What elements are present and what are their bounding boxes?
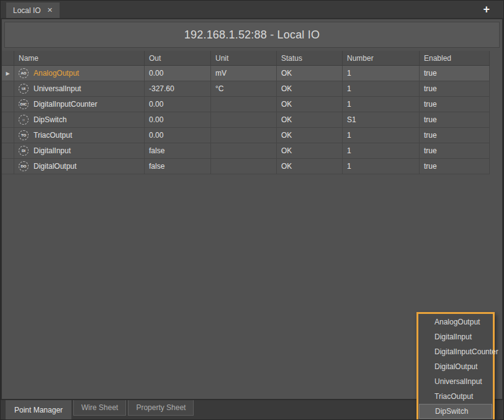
row-selector-cell[interactable] <box>2 112 14 128</box>
point-name: TriacOutput <box>34 131 72 140</box>
row-selector-cell[interactable] <box>2 97 14 112</box>
bottom-tab-wire-sheet[interactable]: Wire Sheet <box>73 400 126 416</box>
point-name: DipSwitch <box>34 115 66 124</box>
table-row[interactable]: DIC DigitalInputCounter 0.00 OK 1 true <box>2 97 490 112</box>
status-cell[interactable]: OK <box>277 97 343 112</box>
point-icon: TO <box>19 130 29 140</box>
out-cell[interactable]: false <box>145 159 211 174</box>
bottom-tab-point-manager[interactable]: Point Manager <box>6 400 71 419</box>
close-icon[interactable]: ✕ <box>47 6 53 14</box>
point-icon: DI <box>19 146 29 156</box>
unit-cell[interactable] <box>211 143 277 159</box>
point-name: DigitalInputCounter <box>34 100 97 109</box>
enabled-cell[interactable]: true <box>420 159 490 174</box>
unit-cell[interactable]: mV <box>211 66 277 81</box>
column-header-unit[interactable]: Unit <box>211 51 277 65</box>
row-selector-cell[interactable]: ▶ <box>2 66 14 81</box>
enabled-cell[interactable]: true <box>420 112 490 128</box>
out-cell[interactable]: -327.60 <box>145 81 211 97</box>
out-cell[interactable]: 0.00 <box>145 97 211 112</box>
table-body: ▶ AO AnalogOutput 0.00 mV OK 1 true UI U… <box>2 66 490 174</box>
app-window: Local IO ✕ + 192.168.1.52:88 - Local IO … <box>0 0 504 420</box>
add-tab-button[interactable]: + <box>483 2 490 17</box>
number-cell[interactable]: 1 <box>343 128 420 143</box>
row-selector-cell[interactable] <box>2 128 14 143</box>
view-title-bar: 192.168.1.52:88 - Local IO <box>4 22 500 48</box>
enabled-cell[interactable]: true <box>420 97 490 112</box>
context-menu-item-digitalinputcounter[interactable]: DigitalInputCounter <box>418 344 493 359</box>
context-menu-item-digitaloutput[interactable]: DigitalOutput <box>418 359 493 374</box>
status-cell[interactable]: OK <box>277 159 343 174</box>
row-selector-cell[interactable] <box>2 81 14 97</box>
unit-cell[interactable] <box>211 97 277 112</box>
unit-cell[interactable] <box>211 159 277 174</box>
enabled-cell[interactable]: true <box>420 81 490 97</box>
name-cell[interactable]: UI UniversalInput <box>14 81 145 97</box>
name-cell[interactable]: DI DigitalInput <box>14 143 145 159</box>
table-row[interactable]: TO TriacOutput 0.00 OK 1 true <box>2 128 490 143</box>
status-cell[interactable]: OK <box>277 66 343 81</box>
page-title: 192.168.1.52:88 - Local IO <box>184 29 320 42</box>
column-header-name[interactable]: Name <box>14 51 145 65</box>
point-table: NameOutUnitStatusNumberEnabled ▶ AO Anal… <box>2 51 490 174</box>
enabled-cell[interactable]: true <box>420 66 490 81</box>
point-name: DigitalOutput <box>34 162 76 171</box>
point-name: AnalogOutput <box>34 69 79 78</box>
content-panel: 192.168.1.52:88 - Local IO NameOutUnitSt… <box>1 18 503 400</box>
context-menu-item-triacoutput[interactable]: TriacOutput <box>418 389 493 404</box>
number-cell[interactable]: S1 <box>343 112 420 128</box>
status-cell[interactable]: OK <box>277 112 343 128</box>
out-cell[interactable]: 0.00 <box>145 112 211 128</box>
number-cell[interactable]: 1 <box>343 66 420 81</box>
point-icon: AO <box>19 68 29 78</box>
enabled-cell[interactable]: true <box>420 128 490 143</box>
unit-cell[interactable] <box>211 112 277 128</box>
bottom-tab-property-sheet[interactable]: Property Sheet <box>128 400 194 416</box>
point-name: UniversalInput <box>34 84 81 93</box>
status-cell[interactable]: OK <box>277 81 343 97</box>
tab-local-io[interactable]: Local IO ✕ <box>6 2 60 18</box>
out-cell[interactable]: false <box>145 143 211 159</box>
point-icon: DIC <box>19 99 29 109</box>
table-row[interactable]: ▶ AO AnalogOutput 0.00 mV OK 1 true <box>2 66 490 81</box>
point-name: DigitalInput <box>34 146 71 155</box>
name-cell[interactable]: AO AnalogOutput <box>14 66 145 81</box>
table-row[interactable]: DI DigitalInput false OK 1 true <box>2 143 490 159</box>
enabled-cell[interactable]: true <box>420 143 490 159</box>
number-cell[interactable]: 1 <box>343 143 420 159</box>
point-type-context-menu: AnalogOutputDigitalInputDigitalInputCoun… <box>416 312 495 420</box>
number-cell[interactable]: 1 <box>343 81 420 97</box>
point-icon: DO <box>19 161 29 171</box>
out-cell[interactable]: 0.00 <box>145 128 211 143</box>
context-menu-item-universalinput[interactable]: UniversalInput <box>418 374 493 389</box>
context-menu-item-digitalinput[interactable]: DigitalInput <box>418 329 493 344</box>
point-icon: UI <box>19 84 29 94</box>
status-cell[interactable]: OK <box>277 143 343 159</box>
table-header-row: NameOutUnitStatusNumberEnabled <box>2 51 490 66</box>
number-cell[interactable]: 1 <box>343 97 420 112</box>
name-cell[interactable]: DO DigitalOutput <box>14 159 145 174</box>
row-selector-icon: ▶ <box>6 71 9 76</box>
column-header-enabled[interactable]: Enabled <box>420 51 490 65</box>
unit-cell[interactable]: °C <box>211 81 277 97</box>
status-cell[interactable]: OK <box>277 128 343 143</box>
name-cell[interactable]: DIC DigitalInputCounter <box>14 97 145 112</box>
out-cell[interactable]: 0.00 <box>145 66 211 81</box>
context-menu-item-dipswitch[interactable]: DipSwitch <box>419 404 492 419</box>
table-row[interactable]: :: DipSwitch 0.00 OK S1 true <box>2 112 490 128</box>
context-menu-item-analogoutput[interactable]: AnalogOutput <box>418 315 493 329</box>
unit-cell[interactable] <box>211 128 277 143</box>
column-header-number[interactable]: Number <box>343 51 420 65</box>
column-header-status[interactable]: Status <box>277 51 343 65</box>
name-cell[interactable]: TO TriacOutput <box>14 128 145 143</box>
tab-label: Local IO <box>13 6 41 15</box>
table-row[interactable]: DO DigitalOutput false OK 1 true <box>2 159 490 174</box>
name-cell[interactable]: :: DipSwitch <box>14 112 145 128</box>
row-selector-cell[interactable] <box>2 159 14 174</box>
table-row[interactable]: UI UniversalInput -327.60 °C OK 1 true <box>2 81 490 97</box>
point-icon: :: <box>19 115 29 125</box>
number-cell[interactable]: 1 <box>343 159 420 174</box>
column-header-out[interactable]: Out <box>145 51 211 65</box>
top-tab-bar: Local IO ✕ + <box>1 1 503 18</box>
row-selector-cell[interactable] <box>2 143 14 159</box>
